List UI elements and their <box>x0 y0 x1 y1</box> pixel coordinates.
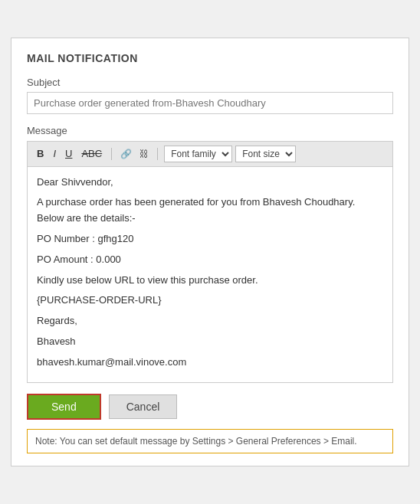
send-button[interactable]: Send <box>27 394 101 420</box>
message-editor: B I U ABC 🔗 ⛓ Font family Font size Dear… <box>27 141 393 384</box>
message-label: Message <box>27 125 393 136</box>
editor-line-1: Dear Shivvendor, <box>37 175 383 191</box>
note-box: Note: You can set default message by Set… <box>27 429 393 453</box>
modal-title: MAIL NOTIFICATION <box>27 52 393 64</box>
font-size-select[interactable]: Font size <box>235 146 296 162</box>
editor-line-3: PO Number : gfhg120 <box>37 231 383 247</box>
toolbar-separator-1 <box>111 148 112 160</box>
bold-button[interactable]: B <box>34 147 47 160</box>
italic-button[interactable]: I <box>50 147 59 160</box>
editor-line-6: {PURCHASE-ORDER-URL} <box>37 293 383 309</box>
button-row: Send Cancel <box>27 394 393 420</box>
editor-content-area[interactable]: Dear Shivvendor, A purchase order has be… <box>28 167 392 383</box>
font-family-select[interactable]: Font family <box>164 146 232 162</box>
editor-line-7: Regards, <box>37 313 383 329</box>
underline-button[interactable]: U <box>62 147 75 160</box>
editor-line-4: PO Amount : 0.000 <box>37 252 383 268</box>
editor-line-2: A purchase order has been generated for … <box>37 195 383 227</box>
editor-line-5: Kindly use below URL to view this purcha… <box>37 273 383 289</box>
editor-line-9: bhavesh.kumar@mail.vinove.com <box>37 355 383 371</box>
toolbar-separator-2 <box>157 148 158 160</box>
mail-notification-modal: MAIL NOTIFICATION Subject Message B I U … <box>11 38 409 467</box>
unlink-icon[interactable]: ⛓ <box>137 147 151 161</box>
editor-line-8: Bhavesh <box>37 334 383 350</box>
strikethrough-button[interactable]: ABC <box>78 147 105 160</box>
editor-toolbar: B I U ABC 🔗 ⛓ Font family Font size <box>28 142 392 167</box>
note-text: Note: You can set default message by Set… <box>35 436 357 447</box>
link-icon[interactable]: 🔗 <box>118 147 134 161</box>
cancel-button[interactable]: Cancel <box>109 394 178 419</box>
subject-input[interactable] <box>27 92 393 114</box>
subject-label: Subject <box>27 77 393 88</box>
